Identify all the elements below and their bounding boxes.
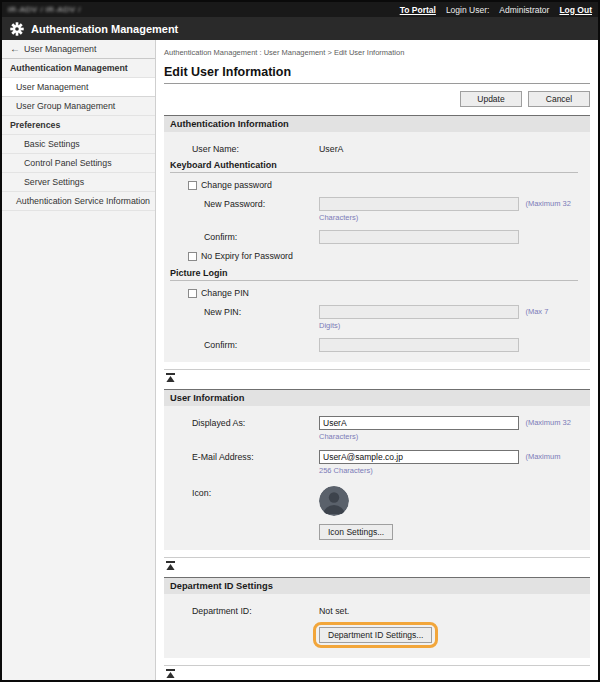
icon-settings-button[interactable]: Icon Settings... (319, 524, 393, 540)
confirm-pin-input (319, 338, 519, 352)
breadcrumb: Authentication Management : User Managem… (164, 48, 590, 57)
picture-login-header: Picture Login (170, 268, 578, 281)
top-bar: iR-ADV / iR-ADV / To Portal Login User: … (2, 2, 598, 17)
sidebar-item-label: Authentication Management (10, 63, 128, 73)
department-id-label: Department ID: (192, 604, 319, 616)
displayed-as-input[interactable] (319, 416, 519, 430)
department-id-settings-button[interactable]: Department ID Settings... (319, 627, 432, 643)
sidebar-item-control-panel-settings[interactable]: Control Panel Settings (2, 154, 155, 173)
sidebar-item-label: Basic Settings (24, 139, 80, 149)
change-password-checkbox[interactable] (188, 181, 197, 190)
gear-icon (10, 22, 24, 36)
sidebar-item-user-group-management[interactable]: User Group Management (2, 97, 155, 116)
sidebar-back-user-management[interactable]: ← User Management (2, 40, 155, 59)
change-pin-label: Change PIN (201, 288, 249, 298)
update-button[interactable]: Update (460, 91, 522, 107)
displayed-as-label: Displayed As: (192, 416, 319, 428)
confirm-password-label: Confirm: (204, 230, 319, 242)
sidebar-item-label: Authentication Service Information (16, 196, 150, 206)
sidebar-item-label: User Management (16, 82, 88, 92)
section-user-information: User Information Displayed As: (Maximum … (164, 389, 590, 549)
device-name: iR-ADV / iR-ADV / (8, 5, 81, 14)
main-content: Authentication Management : User Managem… (156, 40, 598, 680)
to-portal-link[interactable]: To Portal (400, 5, 436, 15)
login-user-value: Administrator (499, 5, 549, 15)
sidebar-item-basic-settings[interactable]: Basic Settings (2, 135, 155, 154)
change-pin-checkbox[interactable] (188, 289, 197, 298)
app-title: Authentication Management (31, 23, 178, 35)
scroll-to-top-icon[interactable] (166, 669, 175, 678)
sidebar-header-authentication-management: Authentication Management (2, 59, 155, 78)
section-header: User Information (164, 389, 590, 406)
sidebar-item-label: User Group Management (16, 101, 115, 111)
auth-management-window: iR-ADV / iR-ADV / To Portal Login User: … (0, 0, 600, 682)
section-divider (164, 557, 590, 577)
section-department-id-settings: Department ID Settings Department ID: No… (164, 577, 590, 658)
section-divider (164, 369, 590, 389)
app-bar: Authentication Management (2, 17, 598, 40)
user-name-value: UserA (319, 142, 343, 154)
sidebar-item-authentication-service-information[interactable]: Authentication Service Information (2, 192, 155, 211)
login-user-label: Login User: (446, 5, 489, 15)
new-pin-label: New PIN: (204, 305, 319, 317)
no-expiry-checkbox[interactable] (188, 252, 197, 261)
page-title: Edit User Information (164, 65, 590, 84)
sidebar: ← User Management Authentication Managem… (2, 40, 156, 680)
cancel-button[interactable]: Cancel (528, 91, 590, 107)
sidebar-item-label: Preferences (10, 120, 60, 130)
new-password-label: New Password: (204, 197, 319, 209)
icon-label: Icon: (192, 486, 319, 498)
scroll-to-top-icon[interactable] (166, 373, 175, 382)
department-id-value: Not set. (319, 604, 349, 616)
scroll-to-top-icon[interactable] (166, 561, 175, 570)
email-address-input[interactable] (319, 450, 519, 464)
confirm-password-input (319, 230, 519, 244)
highlight-annotation: Department ID Settings... (313, 622, 438, 648)
section-authentication-information: Authentication Information User Name: Us… (164, 115, 590, 362)
email-address-label: E-Mail Address: (192, 450, 319, 462)
sidebar-item-server-settings[interactable]: Server Settings (2, 173, 155, 192)
new-pin-input (319, 305, 519, 319)
user-name-label: User Name: (192, 142, 319, 154)
sidebar-item-label: Server Settings (24, 177, 84, 187)
sidebar-header-preferences: Preferences (2, 116, 155, 135)
sidebar-item-label: Control Panel Settings (24, 158, 112, 168)
sidebar-item-user-management[interactable]: User Management (2, 78, 155, 97)
section-header: Department ID Settings (164, 577, 590, 594)
user-avatar-icon (319, 486, 349, 516)
section-header: Authentication Information (164, 115, 590, 132)
new-password-input (319, 197, 519, 211)
no-expiry-label: No Expiry for Password (201, 251, 293, 261)
change-password-label: Change password (201, 180, 272, 190)
sidebar-item-label: User Management (24, 44, 96, 54)
back-arrow-icon: ← (10, 44, 20, 54)
section-divider (164, 665, 590, 680)
confirm-pin-label: Confirm: (204, 338, 319, 350)
keyboard-authentication-header: Keyboard Authentication (170, 160, 578, 173)
log-out-link[interactable]: Log Out (559, 5, 592, 15)
